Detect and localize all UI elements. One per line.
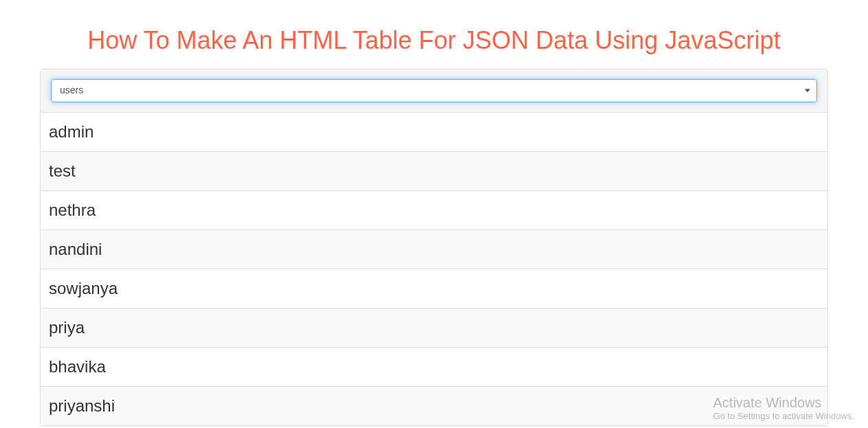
table-container: admin test nethra nandini sowjanya priya… xyxy=(41,113,827,425)
table-row: test xyxy=(41,152,827,191)
select-wrapper: users xyxy=(51,79,817,102)
panel-heading: users xyxy=(41,69,827,113)
table-row: priya xyxy=(41,308,827,348)
data-table: admin test nethra nandini sowjanya priya… xyxy=(41,113,827,425)
content-panel: users admin test nethra nandini sowjanya… xyxy=(40,69,828,426)
table-body: admin test nethra nandini sowjanya priya… xyxy=(41,113,827,425)
table-row: sowjanya xyxy=(41,269,827,308)
table-row: nandini xyxy=(41,230,827,269)
table-cell: sowjanya xyxy=(41,269,827,308)
table-cell: nethra xyxy=(41,191,827,230)
table-cell: test xyxy=(41,152,827,191)
table-cell: admin xyxy=(41,113,827,152)
page-title: How To Make An HTML Table For JSON Data … xyxy=(0,26,868,55)
table-cell: bhavika xyxy=(41,348,827,387)
table-cell: nandini xyxy=(41,230,827,269)
table-row: bhavika xyxy=(41,348,827,387)
table-row: nethra xyxy=(41,191,827,230)
table-cell: priyanshi xyxy=(41,387,827,426)
table-cell: priya xyxy=(41,308,827,348)
table-row: admin xyxy=(41,113,827,152)
table-row: priyanshi xyxy=(41,387,827,426)
data-source-select[interactable]: users xyxy=(51,79,817,102)
